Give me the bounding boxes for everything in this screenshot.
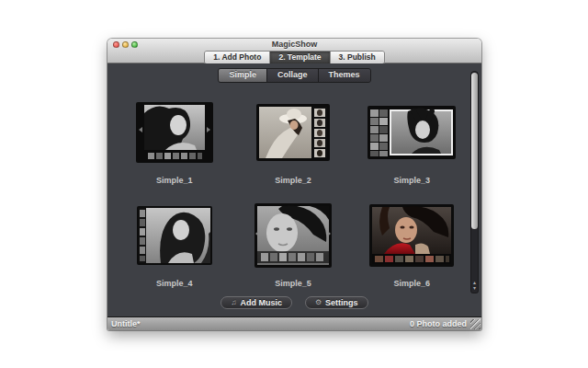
add-music-label: Add Music	[240, 297, 282, 308]
tab-publish[interactable]: 3. Publish	[331, 52, 384, 63]
template-thumbnail-simple-1[interactable]	[136, 98, 213, 167]
template-thumbnail-simple-5[interactable]	[254, 201, 332, 270]
tab-themes[interactable]: Themes	[319, 69, 370, 82]
template-preview-image	[256, 104, 330, 161]
document-title-status: Untitle*	[111, 319, 141, 328]
template-cell: Simple_3	[353, 93, 471, 196]
resize-grip[interactable]	[470, 319, 481, 329]
category-tab-bar: Simple Collage Themes	[107, 68, 481, 83]
template-cell: Simple_1	[115, 93, 233, 196]
template-cell: Simple_2	[233, 93, 352, 196]
template-name: Simple_1	[156, 176, 193, 185]
template-name: Simple_6	[394, 279, 431, 288]
window-title: MagicShow	[107, 39, 481, 50]
template-browser: Simple Collage Themes	[107, 63, 481, 317]
template-grid: Simple_1	[115, 93, 471, 299]
template-name: Simple_5	[275, 279, 311, 288]
settings-button[interactable]: ⚙ Settings	[305, 296, 368, 309]
template-cell: Simple_6	[353, 196, 471, 299]
template-thumbnail-simple-3[interactable]	[368, 98, 456, 167]
template-preview-image	[369, 204, 454, 267]
tab-template[interactable]: 2. Template	[270, 52, 330, 63]
vertical-scrollbar[interactable]: ▴ ▾	[470, 71, 479, 293]
add-music-button[interactable]: ♫ Add Music	[220, 296, 292, 309]
tab-simple[interactable]: Simple	[219, 69, 267, 82]
close-button[interactable]	[113, 41, 119, 48]
tab-add-photo[interactable]: 1. Add Photo	[205, 52, 270, 63]
gear-icon: ⚙	[315, 297, 322, 308]
template-name: Simple_4	[156, 279, 193, 288]
template-thumbnail-simple-4[interactable]	[137, 201, 212, 270]
template-preview-image	[254, 203, 332, 268]
template-cell: Simple_4	[115, 196, 233, 299]
step-tab-bar: 1. Add Photo 2. Template 3. Publish	[107, 51, 481, 64]
traffic-lights	[113, 41, 138, 48]
template-name: Simple_3	[394, 176, 431, 185]
template-thumbnail-simple-2[interactable]	[256, 98, 330, 167]
titlebar: MagicShow 1. Add Photo 2. Template 3. Pu…	[107, 39, 481, 63]
scroll-down-arrow-icon[interactable]: ▾	[471, 285, 478, 291]
tab-collage[interactable]: Collage	[267, 69, 319, 82]
template-thumbnail-simple-6[interactable]	[369, 201, 454, 270]
template-preview-image	[368, 106, 456, 159]
music-note-icon: ♫	[231, 297, 236, 308]
zoom-button[interactable]	[131, 41, 138, 48]
template-name: Simple_2	[275, 176, 311, 185]
template-preview-image	[136, 102, 213, 163]
photo-count-status: 0 Photo added	[410, 319, 467, 328]
magicshow-window: MagicShow 1. Add Photo 2. Template 3. Pu…	[107, 39, 481, 330]
template-preview-image	[137, 206, 212, 265]
settings-label: Settings	[325, 297, 358, 308]
action-button-row: ♫ Add Music ⚙ Settings	[107, 296, 481, 309]
status-bar: Untitle* 0 Photo added	[107, 317, 481, 330]
minimize-button[interactable]	[122, 41, 129, 48]
template-cell: Simple_5	[233, 196, 352, 299]
scrollbar-thumb[interactable]	[471, 73, 478, 229]
